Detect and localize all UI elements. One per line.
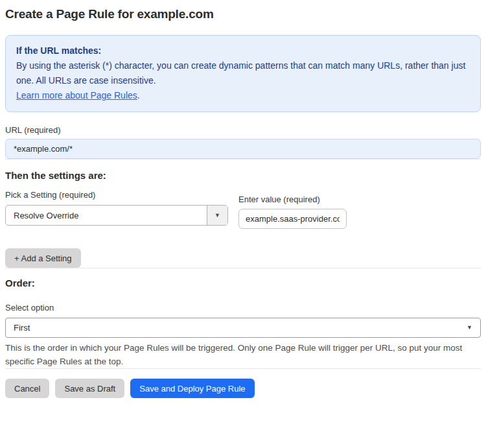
setting-value-input[interactable] [238,209,347,229]
setting-dropdown-value: Resolve Override [6,206,207,225]
info-box-body: By using the asterisk (*) character, you… [16,58,470,88]
url-input[interactable] [5,139,481,159]
settings-section-heading: Then the settings are: [5,170,481,181]
url-match-info-box: If the URL matches: By using the asteris… [5,35,481,112]
save-and-deploy-button[interactable]: Save and Deploy Page Rule [130,379,254,398]
learn-more-link[interactable]: Learn more about Page Rules [16,90,137,100]
divider [5,159,481,159]
order-select-label: Select option [5,303,481,312]
setting-dropdown-arrow-button[interactable]: ▼ [207,206,227,225]
info-box-link-line: Learn more about Page Rules. [16,88,470,103]
caret-down-icon: ▼ [214,213,220,218]
footer-button-row: Cancel Save as Draft Save and Deploy Pag… [5,379,481,398]
setting-dropdown[interactable]: Resolve Override ▼ [5,205,228,226]
divider [5,368,481,369]
enter-value-column: Enter value (required) [238,195,347,229]
page-title: Create a Page Rule for example.com [5,7,481,21]
link-suffix: . [137,90,140,100]
order-help-text: This is the order in which your Page Rul… [5,341,481,368]
page-rule-form: Create a Page Rule for example.com If th… [0,7,486,398]
caret-down-icon: ▼ [467,325,472,331]
add-setting-button[interactable]: + Add a Setting [5,248,81,268]
cancel-button[interactable]: Cancel [5,379,49,398]
order-select[interactable]: First ▼ [5,318,481,338]
info-box-heading: If the URL matches: [16,43,470,58]
order-select-value: First [14,323,30,333]
setting-row: Pick a Setting (required) Resolve Overri… [5,190,481,229]
save-as-draft-button[interactable]: Save as Draft [55,379,124,398]
order-section-heading: Order: [5,277,481,289]
pick-setting-label: Pick a Setting (required) [5,190,228,200]
enter-value-label: Enter value (required) [238,195,347,204]
pick-setting-column: Pick a Setting (required) Resolve Overri… [5,190,228,226]
divider [5,268,481,268]
url-field-label: URL (required) [5,125,481,135]
